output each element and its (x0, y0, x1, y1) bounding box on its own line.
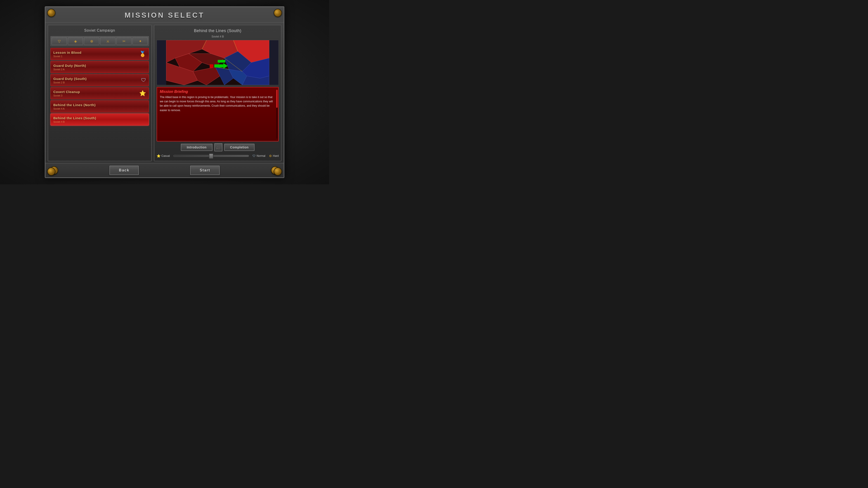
hard-gear-icon: ⚙ (269, 154, 272, 158)
casual-star-icon: ⭐ (157, 154, 160, 158)
filter-btn-5[interactable]: ✂ (116, 37, 132, 45)
mission-id-soviet1: Soviet 1 (53, 55, 81, 58)
mission-name-soviet3: Covert Cleanup (53, 90, 80, 94)
difficulty-hard-label: ⚙ Hard (269, 154, 279, 158)
briefing-scroll-thumb (276, 90, 278, 108)
bottom-bar: Back Start (45, 163, 284, 177)
mission-badge-soviet2b: 🛡 (141, 77, 146, 83)
briefing-text: The Allied base in this region is provin… (160, 95, 276, 112)
title-bar: MISSION SELECT (45, 7, 284, 23)
mission-name-soviet2a: Guard Duty (North) (53, 64, 86, 68)
mission-name-soviet4a: Behind the Lines (North) (53, 103, 96, 107)
corner-bolt-br (274, 167, 282, 175)
mission-id-soviet2a: Soviet 2 A (53, 68, 86, 71)
svg-rect-19 (210, 65, 213, 68)
filter-btn-6[interactable]: ✦ (132, 37, 148, 45)
mission-name-soviet2b: Guard Duty (South) (53, 77, 87, 80)
campaign-title: Soviet Campaign (51, 28, 149, 34)
filter-btn-4[interactable]: ⚔ (100, 37, 116, 45)
corner-bolt-tr (274, 9, 282, 17)
back-button[interactable]: Back (110, 166, 139, 175)
mission-detail-title: Behind the Lines (South) (157, 28, 279, 34)
mission-item-soviet3[interactable]: Covert Cleanup Soviet 3 ⭐ (51, 87, 149, 99)
difficulty-track (174, 155, 249, 157)
main-panel: MISSION SELECT Soviet Campaign ▽ ◈ ⊕ ⚔ ✂… (45, 6, 284, 178)
introduction-button[interactable]: Introduction (181, 144, 213, 151)
difficulty-handle[interactable] (209, 153, 213, 159)
map-preview (157, 40, 279, 85)
screen-title: MISSION SELECT (125, 11, 205, 19)
mission-id-soviet2b: Soviet 2 B (53, 81, 87, 84)
briefing-title: Mission Briefing (160, 90, 276, 94)
briefing-box: Mission Briefing The Allied base in this… (157, 87, 279, 141)
mission-name-soviet1: Lesson in Blood (53, 51, 81, 55)
difficulty-slider[interactable] (174, 155, 249, 157)
outer-background: MISSION SELECT Soviet Campaign ▽ ◈ ⊕ ⚔ ✂… (0, 0, 329, 184)
mission-id-soviet4b: Soviet 4 B (53, 121, 96, 123)
mission-id-soviet3: Soviet 3 (53, 94, 80, 97)
mission-list: Lesson in Blood Soviet 1 🏅 Guard Duty (N… (51, 48, 149, 159)
completion-button[interactable]: Completion (224, 144, 254, 151)
filter-row: ▽ ◈ ⊕ ⚔ ✂ ✦ (51, 36, 149, 46)
video-buttons: Introduction 🎥 Completion (157, 143, 279, 151)
corner-bolt-tl (47, 9, 55, 17)
mission-badge-soviet1: 🏅 (139, 51, 146, 57)
mission-item-soviet4a[interactable]: Behind the Lines (North) Soviet 4 A (51, 100, 149, 112)
mission-item-soviet2b[interactable]: Guard Duty (South) Soviet 2 B 🛡 (51, 74, 149, 86)
left-panel: Soviet Campaign ▽ ◈ ⊕ ⚔ ✂ ✦ Lesson in Bl… (48, 25, 152, 161)
normal-shield-icon: 🛡 (252, 154, 256, 158)
svg-rect-20 (218, 60, 225, 63)
mission-name-soviet4b: Behind the Lines (South) (53, 116, 96, 120)
video-camera-icon[interactable]: 🎥 (214, 143, 222, 151)
filter-btn-3[interactable]: ⊕ (84, 37, 99, 45)
mission-item-soviet2a[interactable]: Guard Duty (North) Soviet 2 A (51, 61, 149, 73)
briefing-scrollbar[interactable] (276, 90, 278, 139)
mission-badge-soviet3: ⭐ (139, 90, 146, 96)
difficulty-row: ⭐ Casual 🛡 Normal ⚙ Hard (157, 153, 279, 159)
corner-bolt-bl (47, 167, 55, 175)
difficulty-casual-label: ⭐ Casual (157, 154, 170, 158)
svg-rect-17 (214, 64, 223, 68)
mission-id-soviet4a: Soviet 4 A (53, 107, 96, 110)
mission-detail-id: Soviet 4 B (157, 35, 279, 38)
mission-item-soviet1[interactable]: Lesson in Blood Soviet 1 🏅 (51, 48, 149, 60)
mission-item-soviet4b[interactable]: Behind the Lines (South) Soviet 4 B (51, 113, 149, 126)
right-panel: Behind the Lines (South) Soviet 4 B (154, 25, 281, 161)
difficulty-normal-label: 🛡 Normal (252, 154, 266, 158)
filter-btn-2[interactable]: ◈ (68, 37, 83, 45)
filter-btn-all[interactable]: ▽ (52, 37, 67, 45)
content-area: Soviet Campaign ▽ ◈ ⊕ ⚔ ✂ ✦ Lesson in Bl… (45, 23, 284, 164)
start-button[interactable]: Start (190, 166, 219, 175)
